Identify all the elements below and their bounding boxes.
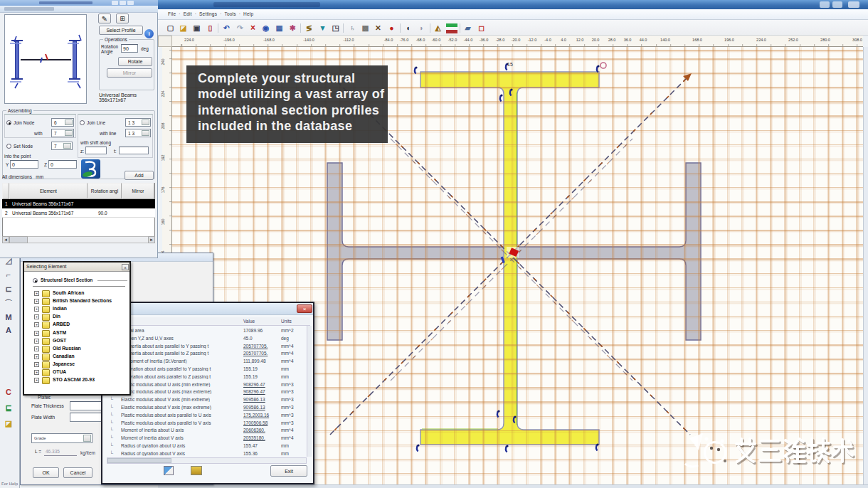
svg-text:15: 15 [507,62,513,67]
